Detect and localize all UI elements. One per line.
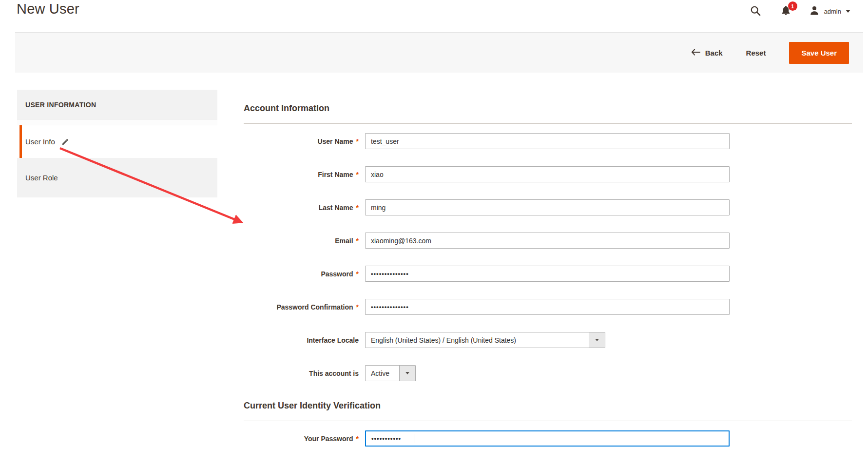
page-header: New User 1 (0, 0, 868, 32)
user-form: Account Information User Name* First Nam… (244, 103, 852, 464)
account-status-label: This account is (244, 370, 365, 377)
edit-pencil-icon (61, 138, 69, 146)
identity-verification-heading: Current User Identity Verification (244, 401, 852, 411)
your-password-input[interactable] (365, 430, 730, 447)
notification-badge: 1 (788, 1, 797, 11)
reset-button-label: Reset (746, 49, 766, 57)
required-asterisk: * (356, 435, 359, 443)
dropdown-button[interactable] (589, 332, 605, 348)
search-button[interactable] (750, 5, 761, 18)
required-asterisk: * (356, 237, 359, 245)
password-input[interactable] (365, 266, 730, 282)
search-icon (750, 5, 761, 18)
field-row-firstname: First Name* (244, 166, 852, 182)
account-status-select[interactable]: Active (365, 365, 416, 381)
field-row-lastname: Last Name* (244, 199, 852, 215)
field-row-email: Email* (244, 233, 852, 249)
sidebar-item-label: User Info (25, 137, 55, 146)
password-confirmation-label: Password Confirmation* (244, 303, 365, 311)
text-cursor (414, 434, 414, 443)
admin-username-label: admin (824, 8, 841, 15)
required-asterisk: * (356, 270, 359, 278)
required-asterisk: * (356, 303, 359, 311)
save-user-button[interactable]: Save User (789, 42, 849, 64)
password-label: Password* (244, 270, 365, 278)
sidebar-item-user-role[interactable]: User Role (17, 158, 217, 197)
notifications-button[interactable]: 1 (780, 5, 791, 18)
user-information-tabs: USER INFORMATION User Info User Role (17, 90, 217, 197)
firstname-label: First Name* (244, 171, 365, 178)
lastname-label: Last Name* (244, 204, 365, 212)
identity-verification-section: Current User Identity Verification Your … (244, 401, 852, 447)
admin-account-menu[interactable]: admin (809, 5, 850, 18)
required-asterisk: * (356, 171, 359, 178)
field-row-password: Password* (244, 266, 852, 282)
password-confirmation-input[interactable] (365, 299, 730, 315)
section-divider (244, 123, 852, 124)
required-asterisk: * (356, 137, 359, 145)
dropdown-arrow-icon (595, 339, 599, 341)
field-row-account-status: This account is Active (244, 365, 852, 381)
username-input[interactable] (365, 133, 730, 149)
account-information-heading: Account Information (244, 103, 852, 114)
interface-locale-value: English (United States) / English (Unite… (366, 332, 589, 348)
username-label: User Name* (244, 137, 365, 145)
back-arrow-icon (691, 49, 700, 57)
email-input[interactable] (365, 233, 730, 249)
field-row-password-confirmation: Password Confirmation* (244, 299, 852, 315)
your-password-wrap (365, 430, 730, 447)
new-user-admin-page: New User 1 (0, 0, 868, 467)
back-button[interactable]: Back (691, 49, 723, 57)
header-actions: 1 admin (750, 4, 850, 19)
firstname-input[interactable] (365, 166, 730, 182)
user-avatar-icon (809, 5, 820, 18)
sidebar-divider (17, 119, 217, 125)
reset-button[interactable]: Reset (746, 49, 766, 57)
lastname-input[interactable] (365, 199, 730, 215)
dropdown-button[interactable] (399, 366, 415, 381)
required-asterisk: * (356, 204, 359, 212)
email-label: Email* (244, 237, 365, 245)
account-status-value: Active (366, 366, 399, 381)
field-row-your-password: Your Password* (244, 430, 852, 447)
back-button-label: Back (705, 49, 723, 57)
section-divider (244, 421, 852, 421)
action-toolbar: Back Reset Save User (15, 32, 863, 73)
interface-locale-select[interactable]: English (United States) / English (Unite… (365, 332, 605, 348)
dropdown-arrow-icon (405, 372, 409, 374)
field-row-username: User Name* (244, 133, 852, 149)
field-row-interface-locale: Interface Locale English (United States)… (244, 332, 852, 348)
page-title: New User (17, 1, 79, 17)
chevron-down-icon (846, 10, 850, 13)
interface-locale-label: Interface Locale (244, 336, 365, 344)
your-password-label: Your Password* (244, 435, 365, 443)
sidebar-heading: USER INFORMATION (17, 90, 217, 119)
sidebar-item-user-info[interactable]: User Info (17, 125, 217, 158)
sidebar-item-label: User Role (25, 174, 58, 182)
